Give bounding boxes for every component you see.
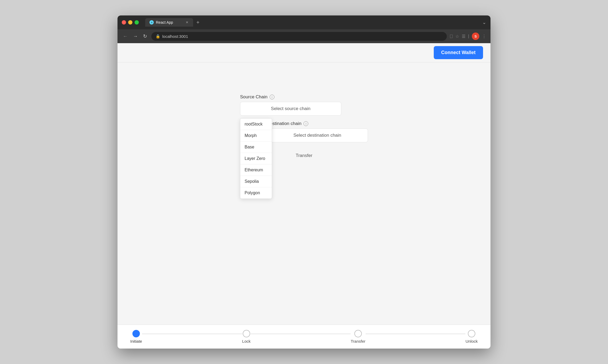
reload-button[interactable]: ↻ [142, 32, 148, 40]
step-unlock: Unlock [465, 330, 478, 343]
separator: | [468, 34, 469, 39]
source-chain-label: Source Chain i [240, 94, 368, 100]
back-button[interactable]: ← [122, 33, 129, 40]
bottom-stepper: Initiate Lock Transfer Unlock [117, 325, 491, 349]
source-chain-dropdown: rootStock Morph Base Layer Zero Ethereum… [240, 118, 272, 199]
source-chain-select[interactable]: Select source chain [240, 102, 341, 116]
forward-button[interactable]: → [132, 33, 139, 40]
step-transfer-circle [354, 330, 362, 337]
step-connector-1 [142, 334, 242, 334]
step-initiate: Initiate [130, 330, 142, 343]
connect-wallet-button[interactable]: Connect Wallet [434, 46, 483, 59]
destination-chain-group: Destination chain i Select destination c… [267, 121, 368, 142]
step-initiate-label: Initiate [130, 339, 142, 343]
maximize-traffic-light[interactable] [135, 20, 139, 25]
destination-chain-label: Destination chain i [267, 121, 368, 126]
minimize-traffic-light[interactable] [128, 20, 132, 25]
address-bar-right: ⎕ ☆ ☰ | S ⋮ [450, 33, 486, 40]
dropdown-item-base[interactable]: Base [240, 141, 272, 153]
tab-favicon-icon: ⚛ [149, 20, 154, 25]
step-lock: Lock [242, 330, 251, 343]
tab-close-icon[interactable]: ✕ [185, 21, 189, 24]
destination-chain-select[interactable]: Select destination chain [267, 128, 368, 142]
step-unlock-circle [468, 330, 475, 337]
source-chain-group: Source Chain i Select source chain [240, 94, 368, 116]
active-tab[interactable]: ⚛ React App ✕ [145, 18, 193, 27]
address-bar: ← → ↻ 🔒 localhost:3001 ⎕ ☆ ☰ | S ⋮ [117, 29, 491, 43]
destination-chain-info-icon[interactable]: i [303, 121, 308, 126]
dropdown-item-layerzero[interactable]: Layer Zero [240, 153, 272, 164]
step-connector-2 [251, 334, 351, 334]
dropdown-item-ethereum[interactable]: Ethereum [240, 164, 272, 176]
menu-icon[interactable]: ⋮ [482, 34, 486, 39]
step-lock-label: Lock [242, 339, 251, 343]
page-content: Connect Wallet Source Chain i Select sou… [117, 43, 491, 349]
lock-icon: 🔒 [156, 34, 160, 38]
traffic-lights [122, 20, 139, 25]
title-bar-controls: ⌄ [482, 19, 486, 25]
url-text: localhost:3001 [162, 34, 188, 39]
extensions-icon[interactable]: ☰ [462, 34, 465, 39]
source-chain-label-text: Source Chain [240, 94, 267, 100]
tab-title: React App [156, 20, 183, 25]
source-chain-info-icon[interactable]: i [270, 95, 274, 99]
step-lock-circle [243, 330, 250, 337]
address-input[interactable]: 🔒 localhost:3001 [151, 32, 447, 41]
step-initiate-circle [132, 330, 140, 337]
transfer-button[interactable]: Transfer [289, 150, 319, 161]
page-header: Connect Wallet [117, 43, 491, 62]
step-transfer-label: Transfer [351, 339, 365, 343]
chevron-down-icon[interactable]: ⌄ [482, 19, 486, 25]
main-area: Source Chain i Select source chain rootS… [117, 62, 491, 161]
title-bar: ⚛ React App ✕ + ⌄ [117, 15, 491, 29]
step-unlock-label: Unlock [465, 339, 478, 343]
cast-icon[interactable]: ⎕ [450, 34, 453, 39]
profile-avatar[interactable]: S [472, 33, 479, 40]
new-tab-button[interactable]: + [194, 18, 202, 27]
dropdown-item-polygon[interactable]: Polygon [240, 187, 272, 199]
dropdown-item-morph[interactable]: Morph [240, 130, 272, 141]
browser-window: ⚛ React App ✕ + ⌄ ← → ↻ 🔒 localhost:3001… [117, 15, 491, 349]
dropdown-item-rootstock[interactable]: rootStock [240, 119, 272, 130]
step-transfer: Transfer [351, 330, 365, 343]
tab-bar: ⚛ React App ✕ + [145, 18, 311, 27]
bookmark-icon[interactable]: ☆ [455, 34, 459, 39]
form-wrapper: Source Chain i Select source chain rootS… [240, 94, 368, 161]
step-connector-3 [366, 334, 466, 334]
close-traffic-light[interactable] [122, 20, 126, 25]
dropdown-item-sepolia[interactable]: Sepolia [240, 176, 272, 187]
